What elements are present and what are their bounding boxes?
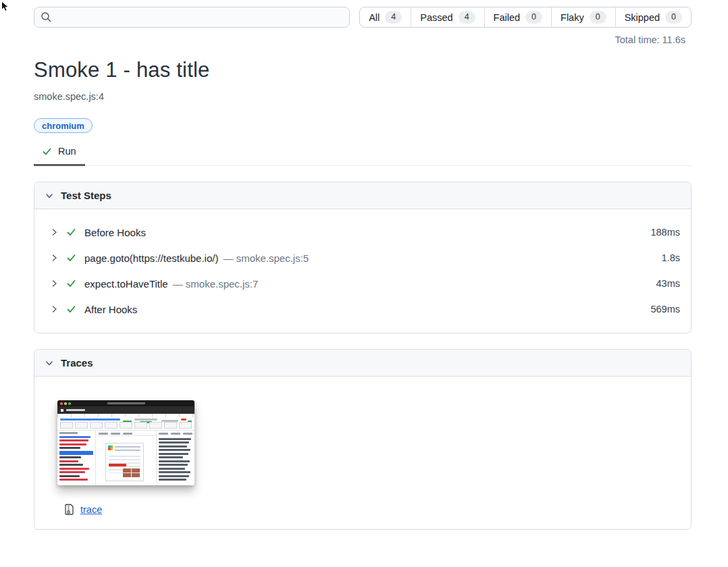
filter-tabs: All 4 Passed 4 Failed 0 Flaky 0 Skipped <box>359 7 692 28</box>
filter-tab-flaky[interactable]: Flaky 0 <box>552 7 616 27</box>
total-time-label: Total time: 11.6s <box>34 34 692 45</box>
thumb-body <box>57 431 194 485</box>
chevron-right-icon <box>51 305 58 313</box>
step-location: — smoke.spec.js:7 <box>173 278 259 290</box>
thumb-ruler <box>57 414 194 417</box>
traffic-light-close-icon <box>60 402 63 405</box>
webpage-image-grid <box>123 468 140 478</box>
filter-label: Failed <box>494 12 521 23</box>
thumb-toolbar-label <box>66 409 85 411</box>
test-steps-panel: Test Steps Before Hooks 188ms <box>34 182 692 333</box>
filter-count-badge: 0 <box>590 11 606 24</box>
traces-title: Traces <box>61 357 93 369</box>
step-label: expect.toHaveTitle <box>84 278 168 290</box>
filter-tab-passed[interactable]: Passed 4 <box>411 7 484 27</box>
filter-count-badge: 4 <box>385 11 402 24</box>
tab-run[interactable]: Run <box>34 142 85 166</box>
timeline-bar-red <box>181 418 186 421</box>
filter-label: All <box>369 12 380 23</box>
search-box <box>34 7 350 28</box>
traffic-light-minimize-icon <box>64 402 67 405</box>
browser-badge-chromium: chromium <box>34 118 93 133</box>
check-icon <box>42 146 52 157</box>
traces-panel: Traces <box>34 349 692 530</box>
filter-tab-skipped[interactable]: Skipped 0 <box>616 7 691 27</box>
step-row-before-hooks[interactable]: Before Hooks 188ms <box>51 219 680 245</box>
traffic-light-zoom-icon <box>68 402 71 405</box>
test-location: smoke.spec.js:4 <box>34 91 692 102</box>
step-duration: 43ms <box>656 278 680 289</box>
snapshot-webpage <box>105 443 144 481</box>
run-tabs-bar: Run <box>34 142 692 166</box>
tab-run-label: Run <box>58 146 76 157</box>
traces-body: trace <box>34 377 691 529</box>
traces-header[interactable]: Traces <box>34 350 691 377</box>
step-location: — smoke.spec.js:5 <box>223 252 309 264</box>
chevron-right-icon <box>51 228 58 236</box>
steps-list: Before Hooks 188ms page.goto(https://tes… <box>34 209 691 333</box>
file-zip-icon <box>65 504 74 515</box>
playwright-logo-icon <box>61 409 63 412</box>
step-row-expect-tohavetitle[interactable]: expect.toHaveTitle — smoke.spec.js:7 43m… <box>51 271 680 296</box>
check-icon <box>66 279 76 288</box>
check-icon <box>66 304 76 314</box>
page-title: Smoke 1 - has title <box>34 58 692 82</box>
test-steps-title: Test Steps <box>61 190 111 201</box>
report-header: All 4 Passed 4 Failed 0 Flaky 0 Skipped <box>34 7 692 28</box>
thumb-log-pane <box>156 431 194 485</box>
timeline-bar-blue <box>60 418 120 421</box>
chevron-right-icon <box>51 254 58 262</box>
filter-count-badge: 4 <box>459 11 475 24</box>
step-label: After Hooks <box>84 304 137 315</box>
step-duration: 1.8s <box>662 252 680 263</box>
trace-thumbnail[interactable] <box>57 400 194 485</box>
thumb-actions-list <box>57 431 96 485</box>
step-label: page.goto(https://testkube.io/) <box>84 252 218 264</box>
thumb-titlebar <box>57 400 194 406</box>
timeline-bar-gray <box>134 418 158 421</box>
filter-tab-all[interactable]: All 4 <box>360 7 411 27</box>
playwright-report-page: All 4 Passed 4 Failed 0 Flaky 0 Skipped <box>0 0 728 567</box>
microsoft-logo-icon <box>108 446 113 450</box>
webpage-header-lines <box>115 446 140 453</box>
filter-count-badge: 0 <box>665 11 682 24</box>
check-icon <box>66 227 76 237</box>
step-row-page-goto[interactable]: page.goto(https://testkube.io/) — smoke.… <box>51 245 680 271</box>
thumb-window-title <box>107 402 145 404</box>
trace-link-row: trace <box>65 504 680 515</box>
chevron-down-icon <box>45 359 53 367</box>
search-icon <box>41 11 52 23</box>
step-duration: 569ms <box>650 304 680 315</box>
filter-label: Skipped <box>625 12 660 23</box>
mouse-cursor-icon <box>1 1 11 13</box>
thumb-snapshot-pane <box>96 431 156 485</box>
filter-label: Flaky <box>561 12 584 23</box>
thumb-toolbar <box>57 406 194 414</box>
thumb-timeline <box>57 414 194 431</box>
test-steps-header[interactable]: Test Steps <box>34 182 691 209</box>
step-label: Before Hooks <box>84 227 146 238</box>
timeline-filmstrip <box>60 422 192 429</box>
snapshot-tabs <box>96 431 156 436</box>
step-row-after-hooks[interactable]: After Hooks 569ms <box>51 296 680 322</box>
search-input[interactable] <box>34 7 350 28</box>
chevron-down-icon <box>45 192 53 200</box>
check-icon <box>66 253 76 263</box>
trace-link[interactable]: trace <box>80 504 102 515</box>
webpage-red-bar <box>109 464 126 466</box>
step-duration: 188ms <box>650 227 680 238</box>
filter-tab-failed[interactable]: Failed 0 <box>485 7 552 27</box>
chevron-right-icon <box>51 279 58 288</box>
filter-label: Passed <box>420 12 452 23</box>
filter-count-badge: 0 <box>525 11 542 24</box>
